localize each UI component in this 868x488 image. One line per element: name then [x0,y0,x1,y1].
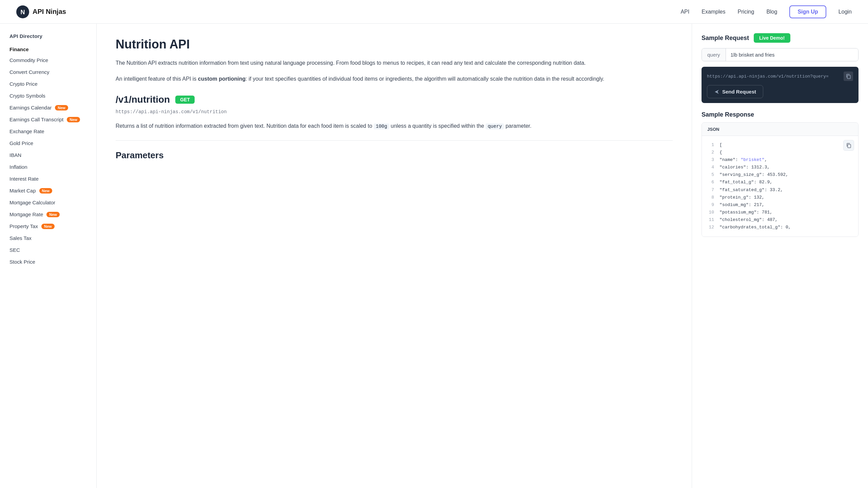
line-content: "cholesterol_mg": 487, [719,216,778,224]
new-badge: New [46,212,60,217]
sidebar-item-crypto-price[interactable]: Crypto Price [0,78,96,90]
nav-examples[interactable]: Examples [702,9,725,15]
logo[interactable]: N API Ninjas [16,5,66,18]
main-content: Nutrition API The Nutrition API extracts… [97,24,692,488]
logo-icon: N [16,5,29,18]
line-number: 4 [707,164,714,171]
description-1: The Nutrition API extracts nutrition inf… [116,58,673,67]
sidebar-item-label: Mortgage Rate [9,211,43,217]
method-badge: GET [175,96,195,104]
response-code: 1[2 {3 "name": "brisket",4 "calories": 1… [702,136,858,237]
code-line: 6 "fat_total_g": 82.9, [707,179,853,186]
ep-code2: query [486,123,504,129]
sidebar-item-sec[interactable]: SEC [0,244,96,256]
sidebar-item-label: Exchange Rate [9,128,44,134]
nav-pricing[interactable]: Pricing [737,9,754,15]
code-line: 9 "sodium_mg": 217, [707,201,853,209]
sidebar-item-crypto-symbols[interactable]: Crypto Symbols [0,90,96,102]
line-content: { [719,149,722,156]
sidebar-item-convert-currency[interactable]: Convert Currency [0,66,96,78]
sidebar-item-label: IBAN [9,152,21,158]
svg-text:N: N [21,9,25,16]
sidebar-item-property-tax[interactable]: Property TaxNew [0,220,96,232]
logo-text: API Ninjas [33,8,66,16]
response-tab-json[interactable]: JSON [707,127,719,132]
description-2-part2: : if your text specifies quantities of i… [245,76,604,82]
sidebar-item-label: Earnings Calendar [9,105,52,110]
line-content: "name": "brisket", [719,156,767,164]
line-number: 7 [707,186,714,194]
params-title: Parameters [116,150,673,161]
request-url-text: https://api.api-ninjas.com/v1/nutrition?… [707,74,841,79]
sidebar-item-inflation[interactable]: Inflation [0,161,96,173]
line-number: 6 [707,179,714,186]
copy-response-button[interactable] [843,140,854,151]
sidebar-item-stock-price[interactable]: Stock Price [0,256,96,268]
clipboard-icon [846,74,851,79]
line-number: 2 [707,149,714,156]
endpoint-path: /v1/nutrition [116,94,170,105]
new-badge: New [67,117,80,122]
new-badge: New [39,188,53,194]
nav-api[interactable]: API [680,9,689,15]
sidebar-item-mortgage-calculator[interactable]: Mortgage Calculator [0,197,96,208]
login-link[interactable]: Login [839,9,852,15]
sidebar-item-label: Crypto Symbols [9,93,45,99]
code-line: 10 "potassium_mg": 781, [707,209,853,216]
description-2: An intelligent feature of this API is cu… [116,74,673,83]
line-content: "serving_size_g": 453.592, [719,171,788,179]
svg-rect-3 [848,144,851,148]
sidebar: API Directory Finance Commodity PriceCon… [0,24,97,488]
new-badge: New [55,105,68,110]
live-demo-button[interactable]: Live Demo! [754,33,790,43]
main-layout: API Directory Finance Commodity PriceCon… [0,24,868,488]
nav-blog[interactable]: Blog [766,9,777,15]
sidebar-item-label: Market Cap [9,188,36,194]
code-line: 4 "calories": 1312.3, [707,164,853,171]
ep-desc1: Returns a list of nutrition information … [116,123,374,129]
signup-button[interactable]: Sign Up [789,5,826,18]
sidebar-item-mortgage-rate[interactable]: Mortgage RateNew [0,208,96,220]
line-content: "sodium_mg": 217, [719,201,765,209]
sidebar-item-sales-tax[interactable]: Sales Tax [0,232,96,244]
sidebar-section-finance: Finance [0,43,96,54]
line-content: "carbohydrates_total_g": 0, [719,224,791,231]
line-number: 1 [707,141,714,149]
line-content: "protein_g": 132, [719,194,765,201]
sidebar-item-earnings-calendar[interactable]: Earnings CalendarNew [0,102,96,114]
sidebar-item-market-cap[interactable]: Market CapNew [0,185,96,197]
sidebar-item-commodity-price[interactable]: Commodity Price [0,54,96,66]
section-divider [116,140,673,141]
response-box: JSON 1[2 {3 "name": "brisket",4 "calorie… [702,122,859,237]
line-number: 3 [707,156,714,164]
line-content: "calories": 1312.3, [719,164,770,171]
send-button-label: Send Request [722,89,756,95]
line-number: 9 [707,201,714,209]
line-number: 8 [707,194,714,201]
ep-desc2: unless a quantity is specified within th… [389,123,486,129]
sidebar-item-gold-price[interactable]: Gold Price [0,137,96,149]
code-line: 7 "fat_saturated_g": 33.2, [707,186,853,194]
sidebar-item-label: Property Tax [9,223,38,229]
sidebar-item-interest-rate[interactable]: Interest Rate [0,173,96,185]
sidebar-item-earnings-call-transcript[interactable]: Earnings Call TranscriptNew [0,114,96,125]
sidebar-item-label: Gold Price [9,140,33,146]
line-content: [ [719,141,722,149]
code-line: 1[ [707,141,853,149]
description-2-bold: custom portioning [198,76,245,82]
sidebar-item-exchange-rate[interactable]: Exchange Rate [0,125,96,137]
ep-code1: 100g [374,123,389,129]
line-number: 11 [707,216,714,224]
sample-response-title: Sample Response [702,111,859,118]
header-nav: API Examples Pricing Blog Sign Up Login [680,5,852,18]
copy-url-icon[interactable] [844,72,853,81]
svg-rect-2 [847,75,850,79]
sidebar-item-iban[interactable]: IBAN [0,149,96,161]
sidebar-item-label: Earnings Call Transcript [9,117,63,122]
sidebar-item-label: Mortgage Calculator [9,200,55,205]
line-number: 12 [707,224,714,231]
query-input[interactable] [726,48,858,61]
send-request-button[interactable]: Send Request [707,85,763,98]
code-line: 2 { [707,149,853,156]
header: N API Ninjas API Examples Pricing Blog S… [0,0,868,24]
